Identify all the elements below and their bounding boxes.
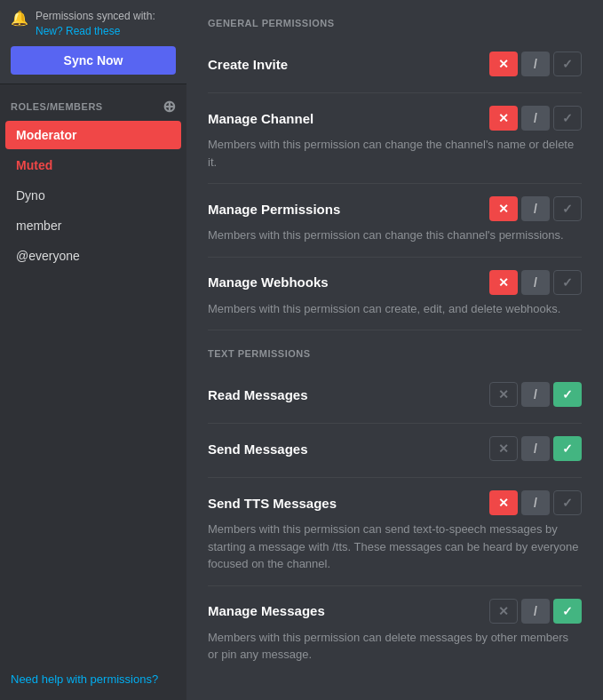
sync-info: 🔔 Permissions synced with: New? Read the… bbox=[11, 9, 176, 39]
permission-top: Send Messages ✕ / ✓ bbox=[208, 436, 582, 461]
sync-now-button[interactable]: Sync Now bbox=[11, 46, 176, 75]
permission-row-send-messages: Send Messages ✕ / ✓ bbox=[208, 424, 582, 478]
permission-name-manage-channel: Manage Channel bbox=[208, 111, 313, 126]
bell-icon: 🔔 bbox=[11, 9, 28, 28]
role-label-everyone: @everyone bbox=[16, 249, 80, 263]
neutral-button-create-invite[interactable]: / bbox=[521, 52, 550, 76]
deny-button-read-messages[interactable]: ✕ bbox=[489, 382, 518, 407]
permission-row-send-tts: Send TTS Messages ✕ / ✓ Members with thi… bbox=[208, 478, 582, 586]
role-label-member: member bbox=[16, 219, 61, 233]
permission-top: Send TTS Messages ✕ / ✓ bbox=[208, 490, 582, 515]
deny-button-manage-messages[interactable]: ✕ bbox=[489, 599, 518, 624]
help-link[interactable]: Need help with permissions? bbox=[0, 658, 186, 700]
sidebar-item-moderator[interactable]: Moderator bbox=[5, 121, 181, 149]
neutral-button-read-messages[interactable]: / bbox=[521, 382, 550, 407]
toggle-group-read-messages: ✕ / ✓ bbox=[489, 382, 582, 407]
toggle-group-send-tts: ✕ / ✓ bbox=[489, 490, 582, 515]
deny-button-create-invite[interactable]: ✕ bbox=[489, 52, 518, 76]
allow-button-read-messages[interactable]: ✓ bbox=[553, 382, 582, 407]
permission-top: Read Messages ✕ / ✓ bbox=[208, 382, 582, 407]
sidebar-item-member[interactable]: member bbox=[5, 211, 181, 240]
toggle-group-send-messages: ✕ / ✓ bbox=[489, 436, 582, 461]
permission-desc-manage-webhooks: Members with this permission can create,… bbox=[208, 300, 582, 318]
allow-button-manage-webhooks[interactable]: ✓ bbox=[553, 270, 582, 295]
toggle-group-manage-permissions: ✕ / ✓ bbox=[489, 196, 582, 221]
role-label-dyno: Dyno bbox=[16, 188, 45, 203]
permission-name-send-tts: Send TTS Messages bbox=[208, 496, 337, 511]
toggle-group-manage-channel: ✕ / ✓ bbox=[489, 106, 582, 131]
section-label-general: GENERAL PERMISSIONS bbox=[208, 0, 582, 39]
roles-header-label: ROLES/MEMBERS bbox=[11, 101, 103, 112]
role-label-moderator: Moderator bbox=[16, 128, 76, 142]
allow-button-send-tts[interactable]: ✓ bbox=[553, 490, 582, 515]
neutral-button-manage-webhooks[interactable]: / bbox=[521, 270, 550, 295]
permission-name-manage-permissions: Manage Permissions bbox=[208, 202, 340, 217]
permission-row-create-invite: Create Invite ✕ / ✓ bbox=[208, 39, 582, 93]
allow-button-send-messages[interactable]: ✓ bbox=[553, 436, 582, 461]
allow-button-manage-channel[interactable]: ✓ bbox=[553, 106, 582, 131]
role-label-muted: Muted bbox=[16, 158, 52, 172]
permission-name-manage-webhooks: Manage Webhooks bbox=[208, 274, 329, 290]
permission-desc-manage-permissions: Members with this permission can change … bbox=[208, 227, 582, 244]
deny-button-manage-channel[interactable]: ✕ bbox=[489, 106, 518, 131]
allow-button-manage-messages[interactable]: ✓ bbox=[553, 599, 582, 624]
add-role-icon[interactable]: ⊕ bbox=[163, 99, 177, 115]
permission-name-read-messages: Read Messages bbox=[208, 387, 308, 402]
deny-button-manage-permissions[interactable]: ✕ bbox=[489, 196, 518, 221]
permission-desc-manage-channel: Members with this permission can change … bbox=[208, 136, 582, 171]
roles-header: ROLES/MEMBERS ⊕ bbox=[0, 84, 186, 120]
permission-row-read-messages: Read Messages ✕ / ✓ bbox=[208, 370, 582, 424]
permission-top: Manage Messages ✕ / ✓ bbox=[208, 599, 582, 624]
neutral-button-send-tts[interactable]: / bbox=[521, 490, 550, 515]
permission-row-manage-channel: Manage Channel ✕ / ✓ Members with this p… bbox=[208, 93, 582, 184]
neutral-button-manage-messages[interactable]: / bbox=[521, 599, 550, 624]
neutral-button-manage-channel[interactable]: / bbox=[521, 106, 550, 131]
main-content: GENERAL PERMISSIONS Create Invite ✕ / ✓ … bbox=[186, 0, 603, 700]
sync-banner: 🔔 Permissions synced with: New? Read the… bbox=[0, 0, 186, 84]
sidebar-item-muted[interactable]: Muted bbox=[5, 151, 181, 179]
section-label-text: TEXT PERMISSIONS bbox=[208, 330, 582, 370]
deny-button-send-messages[interactable]: ✕ bbox=[489, 436, 518, 461]
allow-button-create-invite[interactable]: ✓ bbox=[553, 52, 582, 76]
sidebar-item-dyno[interactable]: Dyno bbox=[5, 181, 181, 210]
permission-row-manage-webhooks: Manage Webhooks ✕ / ✓ Members with this … bbox=[208, 258, 582, 331]
neutral-button-manage-permissions[interactable]: / bbox=[521, 196, 550, 221]
deny-button-send-tts[interactable]: ✕ bbox=[489, 490, 518, 515]
sidebar: 🔔 Permissions synced with: New? Read the… bbox=[0, 0, 186, 700]
permission-row-manage-permissions: Manage Permissions ✕ / ✓ Members with th… bbox=[208, 184, 582, 258]
sidebar-item-everyone[interactable]: @everyone bbox=[5, 242, 181, 270]
permission-name-send-messages: Send Messages bbox=[208, 441, 308, 457]
permission-desc-send-tts: Members with this permission can send te… bbox=[208, 521, 582, 573]
permission-top: Manage Permissions ✕ / ✓ bbox=[208, 196, 582, 221]
allow-button-manage-permissions[interactable]: ✓ bbox=[553, 196, 582, 221]
permission-row-manage-messages: Manage Messages ✕ / ✓ Members with this … bbox=[208, 586, 582, 676]
toggle-group-manage-webhooks: ✕ / ✓ bbox=[489, 270, 582, 295]
deny-button-manage-webhooks[interactable]: ✕ bbox=[489, 270, 518, 295]
neutral-button-send-messages[interactable]: / bbox=[521, 436, 550, 461]
permission-name-create-invite: Create Invite bbox=[208, 57, 288, 72]
permission-top: Create Invite ✕ / ✓ bbox=[208, 52, 582, 76]
toggle-group-create-invite: ✕ / ✓ bbox=[489, 52, 582, 76]
permission-top: Manage Channel ✕ / ✓ bbox=[208, 106, 582, 131]
permission-top: Manage Webhooks ✕ / ✓ bbox=[208, 270, 582, 295]
toggle-group-manage-messages: ✕ / ✓ bbox=[489, 599, 582, 624]
sync-info-text: Permissions synced with: New? Read these bbox=[36, 9, 176, 39]
permission-name-manage-messages: Manage Messages bbox=[208, 603, 325, 618]
sync-link[interactable]: New? Read these bbox=[36, 25, 120, 37]
permission-desc-manage-messages: Members with this permission can delete … bbox=[208, 629, 582, 664]
